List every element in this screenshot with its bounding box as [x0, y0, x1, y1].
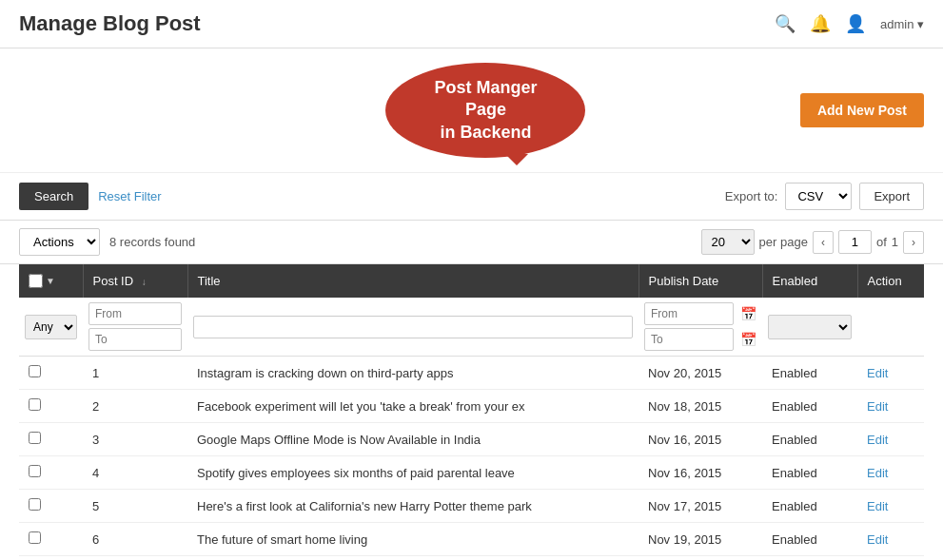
bubble-text: Post Manger Page in Backend	[414, 77, 557, 144]
speech-bubble: Post Manger Page in Backend	[385, 63, 585, 158]
actions-bar: Actions 8 records found 20 50 100 per pa…	[0, 221, 943, 264]
row-action-cell: Edit	[857, 357, 924, 390]
filter-enabled-select[interactable]: Enabled Disabled	[768, 315, 852, 339]
filter-action-col	[857, 298, 924, 357]
filter-checkbox-col: Any Yes No	[19, 298, 83, 357]
admin-menu[interactable]: admin ▾	[880, 17, 924, 31]
row-checkbox[interactable]	[29, 432, 41, 444]
search-button[interactable]: Search	[19, 183, 88, 210]
row-checkbox-cell	[19, 390, 83, 423]
row-postid: 6	[83, 523, 187, 556]
banner-area: Post Manger Page in Backend Add New Post	[0, 48, 943, 173]
export-format-select[interactable]: CSV Excel PDF	[785, 183, 852, 210]
filter-date-col: 📅 📅	[638, 298, 762, 357]
pagination: 20 50 100 per page ‹ of 1 ›	[701, 229, 924, 255]
row-title: Spotify gives employees six months of pa…	[187, 456, 638, 490]
row-checkbox[interactable]	[29, 365, 41, 377]
edit-link[interactable]: Edit	[867, 433, 888, 447]
table-header-row: ▼ Post ID ↓ Title Publish Date Enabled A…	[19, 264, 924, 298]
row-action-cell: Edit	[857, 523, 924, 556]
records-found: 8 records found	[109, 235, 195, 249]
table-row: 6 The future of smart home living Nov 19…	[19, 523, 924, 556]
row-postid: 7	[83, 556, 187, 561]
row-enabled: Enabled	[762, 556, 857, 561]
date-column-header: Publish Date	[638, 264, 762, 298]
row-date: Nov 18, 2015	[638, 390, 762, 423]
row-action-cell: Edit	[857, 423, 924, 456]
search-icon[interactable]: 🔍	[775, 13, 796, 34]
user-icon: 👤	[845, 13, 866, 34]
toolbar-left: Search Reset Filter	[19, 183, 162, 210]
blog-post-table: ▼ Post ID ↓ Title Publish Date Enabled A…	[19, 264, 924, 560]
page-title: Manage Blog Post	[19, 11, 201, 36]
header-icons: 🔍 🔔 👤 admin ▾	[775, 13, 924, 34]
filter-title-input[interactable]	[193, 316, 633, 338]
table-row: 4 Spotify gives employees six months of …	[19, 456, 924, 490]
total-pages: 1	[892, 235, 898, 249]
table-row: 7 LG Watch Urbane 2nd Edition LTE pulled…	[19, 556, 924, 561]
filter-postid-to[interactable]	[88, 328, 182, 351]
filter-title-col	[187, 298, 638, 357]
row-title: The future of smart home living	[187, 523, 638, 556]
select-all-checkbox[interactable]	[29, 274, 43, 288]
row-checkbox-cell	[19, 556, 83, 561]
table-body: 1 Instagram is cracking down on third-pa…	[19, 357, 924, 561]
row-date: Nov 19, 2015	[638, 523, 762, 556]
row-action-cell: Edit	[857, 490, 924, 523]
table-wrap: ▼ Post ID ↓ Title Publish Date Enabled A…	[0, 264, 943, 560]
calendar-from-icon[interactable]: 📅	[740, 306, 756, 321]
next-page-button[interactable]: ›	[903, 231, 924, 254]
checkbox-header: ▼	[19, 264, 83, 298]
row-enabled: Enabled	[762, 456, 857, 490]
prev-page-button[interactable]: ‹	[813, 231, 834, 254]
edit-link[interactable]: Edit	[867, 532, 888, 547]
actions-dropdown[interactable]: Actions	[19, 228, 100, 256]
bell-icon[interactable]: 🔔	[810, 13, 831, 34]
row-checkbox[interactable]	[29, 465, 41, 477]
enabled-column-header: Enabled	[762, 264, 857, 298]
postid-column-header: Post ID ↓	[83, 264, 187, 298]
row-action-cell: Edit	[857, 390, 924, 423]
edit-link[interactable]: Edit	[867, 499, 888, 513]
edit-link[interactable]: Edit	[867, 466, 888, 480]
row-title: LG Watch Urbane 2nd Edition LTE pulled f…	[187, 556, 638, 561]
page-of-label: of	[876, 235, 887, 249]
filter-any-select[interactable]: Any Yes No	[25, 315, 77, 339]
row-checkbox[interactable]	[29, 498, 41, 511]
row-checkbox-cell	[19, 490, 83, 523]
add-new-post-button[interactable]: Add New Post	[800, 93, 924, 127]
chevron-down-icon[interactable]: ▼	[46, 276, 55, 286]
row-checkbox-cell	[19, 423, 83, 456]
reset-filter-link[interactable]: Reset Filter	[98, 189, 161, 203]
row-enabled: Enabled	[762, 357, 857, 390]
filter-date-to[interactable]	[644, 328, 734, 351]
filter-date-from[interactable]	[644, 302, 734, 325]
edit-link[interactable]: Edit	[867, 399, 888, 414]
title-column-header: Title	[187, 264, 638, 298]
row-date: Nov 15, 2015	[638, 556, 762, 561]
per-page-select[interactable]: 20 50 100	[701, 229, 755, 255]
filter-postid-from[interactable]	[88, 302, 182, 325]
table-row: 2 Facebook experiment will let you 'take…	[19, 390, 924, 423]
row-title: Facebook experiment will let you 'take a…	[187, 390, 638, 423]
export-label: Export to:	[725, 189, 778, 203]
row-title: Instagram is cracking down on third-part…	[187, 357, 638, 390]
filter-postid-col	[83, 298, 187, 357]
sort-icon[interactable]: ↓	[142, 277, 147, 287]
row-postid: 3	[83, 423, 187, 456]
export-button[interactable]: Export	[859, 183, 924, 210]
row-checkbox[interactable]	[29, 398, 41, 411]
row-action-cell: Edit	[857, 556, 924, 561]
row-checkbox-cell	[19, 456, 83, 490]
per-page-label: per page	[759, 235, 808, 249]
edit-link[interactable]: Edit	[867, 366, 888, 380]
toolbar: Search Reset Filter Export to: CSV Excel…	[0, 173, 943, 221]
page-number-input[interactable]	[838, 230, 872, 254]
calendar-to-icon[interactable]: 📅	[740, 332, 756, 347]
row-checkbox-cell	[19, 357, 83, 390]
table-filter-row: Any Yes No 📅	[19, 298, 924, 357]
row-postid: 2	[83, 390, 187, 423]
row-checkbox[interactable]	[29, 531, 41, 544]
row-enabled: Enabled	[762, 390, 857, 423]
row-action-cell: Edit	[857, 456, 924, 490]
